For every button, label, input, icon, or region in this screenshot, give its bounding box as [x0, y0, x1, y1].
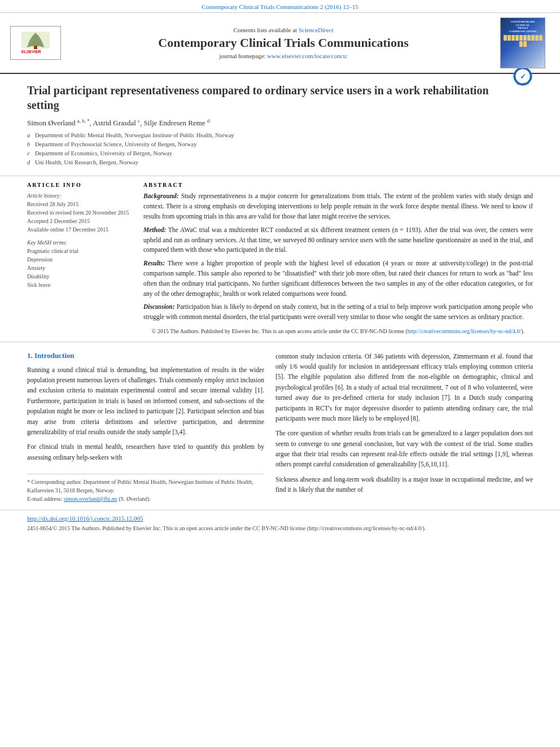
article-info-column: ARTICLE INFO Article history: Received 2…: [27, 182, 134, 335]
doi-link[interactable]: http://dx.doi.org/10.1016/j.conctc.2015.…: [27, 515, 143, 522]
license-link[interactable]: http://creativecommons.org/licenses/by-n…: [408, 328, 521, 334]
intro-heading: 1. Introduction: [27, 351, 264, 360]
elsevier-logo-area: ELSEVIER: [5, 18, 67, 68]
method-label: Method:: [143, 226, 166, 233]
crossmark-area: ✓ CrossMark: [513, 66, 533, 89]
doi-line: http://dx.doi.org/10.1016/j.conctc.2015.…: [27, 514, 533, 524]
svg-text:✓: ✓: [520, 73, 526, 81]
journal-title-area: Contents lists available at ScienceDirec…: [72, 18, 495, 68]
journal-header: ELSEVIER Contents lists available at Sci…: [0, 13, 560, 74]
citation-text: Contemporary Clinical Trials Communicati…: [202, 3, 358, 10]
svg-text:ELSEVIER: ELSEVIER: [21, 50, 41, 54]
issn-line: 2451-8654/© 2015 The Authors. Published …: [27, 524, 533, 533]
affil-d: d Uni Health, Uni Research, Bergen, Norw…: [27, 158, 533, 167]
footnote-email: E-mail address: simon.overland@fhi.no (S…: [27, 495, 264, 503]
affiliations: a Department of Public Mental Health, No…: [27, 131, 533, 167]
authors-line: Simon Øverland a, b, *, Astrid Grasdal c…: [27, 118, 533, 128]
license-line: © 2015 The Authors. Published by Elsevie…: [143, 327, 533, 336]
cover-figures: [503, 35, 542, 47]
intro-right-para3: Sickness absence and long-term work disa…: [275, 474, 533, 495]
email-link[interactable]: simon.overland@fhi.no: [64, 496, 117, 502]
article-header: ✓ CrossMark Trial participant representa…: [0, 74, 560, 176]
citation-bar: Contemporary Clinical Trials Communicati…: [0, 0, 560, 13]
keywords-section: Key MeSH terms: Pragmatic clinical trial…: [27, 238, 134, 289]
svg-text:CrossMark: CrossMark: [517, 82, 530, 85]
abstract-text: Background: Study representativeness is …: [143, 191, 533, 335]
body-section: 1. Introduction Running a sound clinical…: [0, 342, 560, 504]
abstract-column: ABSTRACT Background: Study representativ…: [143, 182, 533, 335]
results-label: Results:: [143, 260, 165, 267]
journal-homepage: journal homepage: www.elsevier.com/locat…: [219, 53, 347, 59]
article-history: Article history: Received 28 July 2015 R…: [27, 191, 134, 234]
intro-right-para1: common study inclusion criteria. Of 346 …: [275, 351, 533, 424]
intro-right-para2: The core question of whether results fro…: [275, 428, 533, 470]
discussion-label: Discussion:: [143, 303, 175, 310]
homepage-link[interactable]: www.elsevier.com/locate/conctc: [267, 53, 347, 59]
intro-para1: Running a sound clinical trial is demand…: [27, 365, 264, 438]
affil-a: a Department of Public Mental Health, No…: [27, 131, 533, 140]
svg-rect-1: [34, 46, 37, 49]
journal-name: Contemporary Clinical Trials Communicati…: [158, 36, 408, 50]
elsevier-logo: ELSEVIER: [10, 26, 61, 60]
body-right-column: common study inclusion criteria. Of 346 …: [275, 351, 533, 504]
affil-b: b Department of Psychosocial Science, Un…: [27, 140, 533, 149]
footnote-section: * Corresponding author. Department of Pu…: [27, 474, 264, 503]
sciencedirect-link[interactable]: ScienceDirect: [299, 27, 334, 33]
article-info-heading: ARTICLE INFO: [27, 182, 134, 188]
journal-cover: CONTEMPORARYCLINICALTRIALSCOMMUNICATIONS: [500, 18, 545, 68]
footnote-star: * Corresponding author. Department of Pu…: [27, 478, 264, 495]
intro-para2: For clinical trials in mental health, re…: [27, 442, 264, 462]
info-abstract-section: ARTICLE INFO Article history: Received 2…: [0, 176, 560, 342]
contents-available: Contents lists available at ScienceDirec…: [233, 27, 333, 33]
bottom-bar: http://dx.doi.org/10.1016/j.conctc.2015.…: [0, 510, 560, 536]
affil-c: c Department of Economics, University of…: [27, 149, 533, 158]
background-label: Background:: [143, 193, 179, 199]
cover-image-area: CONTEMPORARYCLINICALTRIALSCOMMUNICATIONS: [500, 18, 551, 68]
abstract-heading: ABSTRACT: [143, 182, 533, 188]
article-title: Trial participant representativeness com…: [27, 83, 533, 112]
body-left-column: 1. Introduction Running a sound clinical…: [27, 351, 264, 504]
